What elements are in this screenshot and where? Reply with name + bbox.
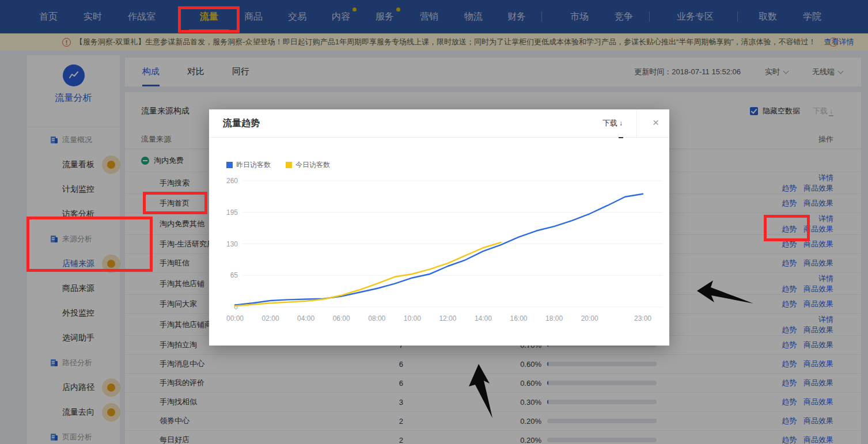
svg-text:18:00: 18:00 [545, 314, 563, 322]
traffic-trend-modal: 流量趋势 下载↓ × 昨日访客数今日访客数 06513019526000:000… [209, 109, 669, 346]
svg-text:130: 130 [226, 240, 238, 248]
redbox-sidebar-source [26, 217, 153, 272]
svg-text:20:00: 20:00 [581, 314, 598, 322]
svg-text:08:00: 08:00 [368, 314, 385, 322]
modal-title: 流量趋势 [223, 109, 260, 137]
arrow-to-table [460, 360, 500, 421]
redbox-nav-traffic [178, 6, 240, 33]
arrow-to-trend-link [691, 274, 757, 308]
trend-line-chart: 06513019526000:0002:0004:0006:0008:0010:… [209, 167, 669, 340]
svg-text:260: 260 [226, 177, 238, 185]
close-icon[interactable]: × [653, 109, 659, 136]
redbox-shoutao-homepage [143, 192, 207, 214]
svg-text:04:00: 04:00 [297, 314, 314, 322]
redbox-trend-link [764, 215, 810, 241]
svg-text:195: 195 [226, 208, 238, 217]
svg-text:12:00: 12:00 [439, 314, 456, 322]
svg-text:14:00: 14:00 [475, 314, 492, 322]
svg-text:06:00: 06:00 [333, 314, 350, 322]
svg-text:10:00: 10:00 [404, 314, 421, 322]
svg-text:16:00: 16:00 [510, 314, 528, 322]
modal-download-button[interactable]: 下载↓ [602, 109, 623, 138]
svg-text:02:00: 02:00 [262, 314, 279, 322]
download-icon: ↓ [619, 109, 623, 138]
svg-text:00:00: 00:00 [226, 314, 244, 322]
svg-text:23:00: 23:00 [634, 314, 651, 322]
svg-text:65: 65 [230, 271, 238, 279]
